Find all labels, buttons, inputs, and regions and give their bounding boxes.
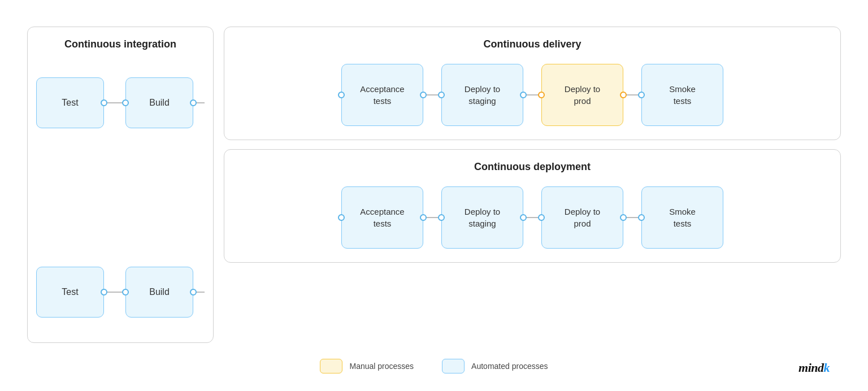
cdeploy-acceptance-box: Acceptancetests [341, 186, 423, 249]
ci-build2-stage-wrapper: Build [125, 267, 193, 318]
cd-smoke-dot-left [638, 92, 645, 98]
cd-acceptance-dot-left [338, 92, 345, 98]
ci-test-dot-right [101, 99, 107, 106]
legend-manual: Manual processes [320, 359, 414, 373]
ci-build2-dot-left [122, 289, 129, 296]
ci-build-box: Build [125, 77, 193, 128]
legend-automated-box [442, 359, 465, 373]
ci-test2-stage-wrapper: Test [36, 267, 104, 318]
cdeploy-staging-dot-left [438, 214, 445, 221]
ci-test2-dot-right [101, 289, 107, 296]
ci-build2-dot-right [190, 289, 197, 296]
cd-title: Continuous delivery [483, 38, 581, 50]
cdeploy-smoke-box: Smoketests [641, 186, 723, 249]
ci-title: Continuous integration [64, 38, 176, 50]
cd-staging-dot-left [438, 92, 445, 98]
legend: Manual processes Automated processes [320, 359, 548, 373]
cdeploy-acceptance-dot-left [338, 214, 345, 221]
cd-staging-box: Deploy tostaging [441, 64, 523, 126]
cdeploy-prod-box: Deploy toprod [541, 186, 623, 249]
cd-prod-wrapper: Deploy toprod [541, 64, 623, 126]
cdeploy-prod-dot-right [620, 214, 627, 221]
ci-build-stage-wrapper: Build [125, 77, 193, 128]
ci-build-dot-left [122, 99, 129, 106]
cd-smoke-wrapper: Smoketests [641, 64, 723, 126]
cd-acceptance-dot-right [420, 92, 427, 98]
cd-smoke-box: Smoketests [641, 64, 723, 126]
legend-automated: Automated processes [442, 359, 548, 373]
ci-section: Continuous integration Test Build [27, 27, 214, 343]
ci-test-stage-wrapper: Test [36, 77, 104, 128]
cdeploy-smoke-wrapper: Smoketests [641, 186, 723, 249]
continuous-delivery-section: Continuous delivery Acceptancetests Depl… [224, 27, 841, 140]
ci-build2-box: Build [125, 267, 193, 318]
mindk-logo: mindk [798, 360, 830, 375]
cd-staging-wrapper: Deploy tostaging [441, 64, 523, 126]
cdeploy-acceptance-wrapper: Acceptancetests [341, 186, 423, 249]
cd-pipeline: Acceptancetests Deploy tostaging [341, 64, 723, 126]
legend-manual-label: Manual processes [349, 362, 414, 371]
cdeploy-staging-wrapper: Deploy tostaging [441, 186, 523, 249]
ci-bottom-pipeline: Test Build [36, 267, 205, 318]
cdeploy-pipeline: Acceptancetests Deploy tostaging [341, 186, 723, 249]
cd-prod-dot-left [538, 92, 545, 98]
cd-prod-box: Deploy toprod [541, 64, 623, 126]
cdeploy-smoke-dot-left [638, 214, 645, 221]
cd-staging-dot-right [520, 92, 527, 98]
continuous-deployment-section: Continuous deployment Acceptancetests De… [224, 149, 841, 263]
ci-top-pipeline: Test Build [36, 77, 205, 128]
cdeploy-prod-dot-left [538, 214, 545, 221]
ci-test-box: Test [36, 77, 104, 128]
cdeploy-title: Continuous deployment [474, 161, 591, 173]
ci-test2-box: Test [36, 267, 104, 318]
ci-build-dot-right [190, 99, 197, 106]
cdeploy-staging-dot-right [520, 214, 527, 221]
cd-acceptance-wrapper: Acceptancetests [341, 64, 423, 126]
cdeploy-prod-wrapper: Deploy toprod [541, 186, 623, 249]
cd-acceptance-box: Acceptancetests [341, 64, 423, 126]
legend-automated-label: Automated processes [471, 362, 548, 371]
cdeploy-staging-box: Deploy tostaging [441, 186, 523, 249]
cd-prod-dot-right [620, 92, 627, 98]
cdeploy-acceptance-dot-right [420, 214, 427, 221]
legend-manual-box [320, 359, 342, 373]
